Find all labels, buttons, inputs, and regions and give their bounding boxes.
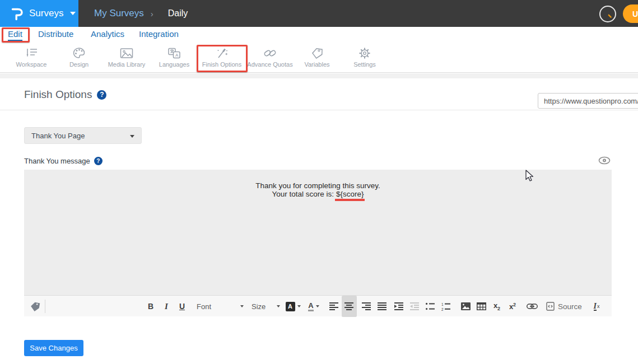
settings-gear-icon xyxy=(358,47,371,59)
ribbon-label-media-library: Media Library xyxy=(108,61,146,68)
media-library-icon xyxy=(119,47,134,59)
tab-analytics[interactable]: Analytics xyxy=(91,29,124,39)
editor-toolbar: B I U Font Size A A xyxy=(24,295,612,316)
editor-content-area[interactable]: Thank you for completing this survey. Yo… xyxy=(24,170,612,295)
edit-ribbon: Workspace Design Media Library xyxy=(0,44,638,73)
title-divider xyxy=(0,110,638,110)
tag-icon xyxy=(30,301,40,312)
message-line-2: Your total score is: ${score} xyxy=(24,190,612,202)
survey-url-input[interactable] xyxy=(538,93,638,109)
design-palette-icon xyxy=(72,47,86,59)
bgcolor-A-icon: A xyxy=(286,302,295,311)
svg-text:A: A xyxy=(175,53,179,58)
textcolor-A-icon: A xyxy=(308,302,313,311)
tab-edit[interactable]: Edit xyxy=(8,29,22,39)
ribbon-label-finish-options: Finish Options xyxy=(202,61,241,68)
ribbon-label-languages: Languages xyxy=(159,61,189,68)
chevron-down-icon xyxy=(240,305,244,307)
page-title: Finish Options xyxy=(24,88,92,101)
breadcrumb-current-survey: Daily xyxy=(168,8,188,18)
bulleted-list-button[interactable] xyxy=(423,296,437,317)
ribbon-item-variables[interactable]: Variables xyxy=(292,47,342,72)
ribbon-item-workspace[interactable]: Workspace xyxy=(6,47,57,72)
finish-type-select[interactable]: Thank You Page xyxy=(24,127,142,144)
align-right-icon xyxy=(362,302,371,310)
breadcrumb-my-surveys[interactable]: My Surveys xyxy=(94,8,144,19)
insert-table-button[interactable] xyxy=(474,296,488,317)
search-button[interactable] xyxy=(599,6,616,22)
ribbon-label-advance-quotas: Advance Quotas xyxy=(247,61,292,68)
message-label-row: Thank You message ? xyxy=(24,157,103,165)
product-menu[interactable]: Surveys xyxy=(0,0,78,27)
preview-toggle-button[interactable] xyxy=(598,156,611,167)
editor-tags-button[interactable] xyxy=(27,296,42,317)
ribbon-item-finish-options[interactable]: Finish Options xyxy=(197,47,247,72)
ribbon-item-design[interactable]: Design xyxy=(54,47,104,72)
remove-format-icon: I xyxy=(594,302,597,311)
insert-image-button[interactable] xyxy=(458,296,473,317)
chevron-down-icon xyxy=(316,305,319,307)
advance-quotas-chain-icon xyxy=(263,47,277,59)
top-bar: Surveys My Surveys › Daily Upgrade xyxy=(0,0,638,27)
ribbon-item-settings[interactable]: Settings xyxy=(339,47,390,72)
insert-link-button[interactable] xyxy=(524,296,540,317)
source-button[interactable]: Source xyxy=(546,296,589,317)
ribbon-label-variables: Variables xyxy=(304,61,329,68)
superscript-button[interactable]: x2 xyxy=(505,296,520,317)
thank-you-message-help-icon[interactable]: ? xyxy=(94,157,103,165)
decrease-indent-button xyxy=(407,296,422,317)
product-menu-label: Surveys xyxy=(29,8,63,19)
link-icon xyxy=(527,304,538,309)
underline-button[interactable]: U xyxy=(175,296,189,317)
survey-tab-bar: Edit Distribute Analytics Integration xyxy=(0,27,638,44)
thank-you-message-editor: Thank you for completing this survey. Yo… xyxy=(24,170,612,316)
tab-integration[interactable]: Integration xyxy=(139,29,179,39)
save-changes-button[interactable]: Save Changes xyxy=(24,340,83,356)
justify-button[interactable] xyxy=(375,296,389,317)
toolbar-separator xyxy=(45,300,45,313)
text-color-button[interactable]: A xyxy=(305,296,322,317)
upgrade-button[interactable]: Upgrade xyxy=(623,4,638,23)
thank-you-message-text: Thank you for completing this survey. Yo… xyxy=(24,182,612,201)
languages-icon: A xyxy=(167,47,181,59)
chevron-down-icon xyxy=(277,305,280,307)
align-center-button[interactable] xyxy=(342,296,357,317)
tab-distribute[interactable]: Distribute xyxy=(38,29,73,39)
finish-type-selected-value: Thank You Page xyxy=(31,132,85,140)
breadcrumb: My Surveys › Daily xyxy=(94,0,188,27)
ribbon-label-workspace: Workspace xyxy=(16,61,47,68)
numbered-list-icon: 1 2 xyxy=(441,302,451,311)
remove-format-button[interactable]: Ix xyxy=(589,296,604,317)
subscript-button[interactable]: x2 xyxy=(490,296,504,317)
align-left-button[interactable] xyxy=(327,296,341,317)
ribbon-item-advance-quotas[interactable]: Advance Quotas xyxy=(245,47,295,72)
table-icon xyxy=(477,302,486,310)
chevron-down-icon xyxy=(130,135,134,138)
size-dropdown[interactable]: Size xyxy=(252,296,283,317)
svg-text:2: 2 xyxy=(441,307,444,310)
bold-button[interactable]: B xyxy=(144,296,157,317)
align-left-icon xyxy=(329,302,339,310)
numbered-list-button[interactable]: 1 2 xyxy=(439,296,453,317)
questionpro-logo-icon xyxy=(10,6,24,21)
image-icon xyxy=(461,302,471,310)
thank-you-message-label: Thank You message xyxy=(24,157,90,165)
indent-decrease-icon xyxy=(410,302,420,310)
justify-icon xyxy=(378,302,387,310)
background-color-button[interactable]: A xyxy=(284,296,302,317)
ribbon-item-languages[interactable]: A Languages xyxy=(149,47,199,72)
score-variable-annotated: ${score} xyxy=(335,190,365,202)
ribbon-item-media-library[interactable]: Media Library xyxy=(101,47,152,72)
finish-options-help-icon[interactable]: ? xyxy=(97,90,106,100)
align-right-button[interactable] xyxy=(359,296,374,317)
app-window: Surveys My Surveys › Daily Upgrade Edit … xyxy=(0,0,638,364)
breadcrumb-separator: › xyxy=(151,9,153,18)
svg-text:1: 1 xyxy=(441,302,444,306)
variables-tag-icon xyxy=(310,47,324,59)
increase-indent-button[interactable] xyxy=(392,296,406,317)
italic-button[interactable]: I xyxy=(160,296,173,317)
font-dropdown[interactable]: Font xyxy=(197,296,244,317)
finish-options-wand-icon xyxy=(215,47,229,59)
source-document-icon xyxy=(546,302,555,311)
align-center-icon xyxy=(344,302,354,310)
